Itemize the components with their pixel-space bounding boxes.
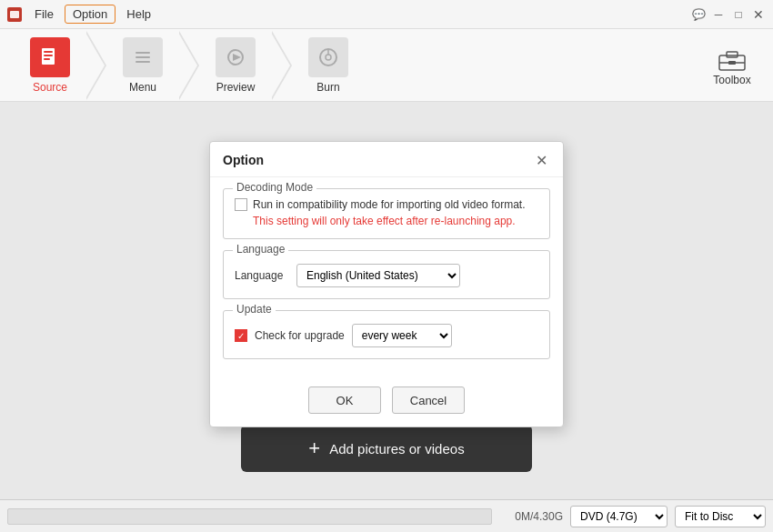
toolbar-burn[interactable]: Burn: [287, 31, 369, 99]
update-checkbox[interactable]: [235, 329, 247, 342]
progress-bar: [7, 508, 492, 525]
toolbar-source[interactable]: Source: [9, 31, 91, 99]
dialog-overlay: Option ✕ Decoding Mode Run in compatibil…: [0, 102, 773, 467]
cancel-button[interactable]: Cancel: [392, 386, 465, 414]
title-bar: File Option Help 💬 ─ □ ✕: [0, 0, 773, 29]
svg-point-11: [326, 55, 331, 60]
svg-rect-14: [727, 52, 738, 57]
language-legend: Language: [233, 243, 288, 256]
arrow-2: [179, 31, 199, 100]
app-icon: [7, 7, 22, 22]
maximize-button[interactable]: □: [731, 7, 746, 22]
language-label: Language: [235, 269, 289, 282]
disc-type-select[interactable]: DVD (4.7G) DVD (8.5G) Blu-ray (25G): [570, 506, 668, 527]
menu-icon-bg: [123, 37, 163, 77]
language-row: Language English (United States) French …: [235, 264, 538, 287]
main-content: + Add pictures or videos Option ✕ Decodi…: [0, 102, 773, 499]
update-checkbox-label: Check for upgrade: [255, 329, 345, 342]
language-select[interactable]: English (United States) French German Sp…: [296, 264, 460, 287]
option-dialog: Option ✕ Decoding Mode Run in compatibil…: [209, 141, 564, 427]
menu-bar: File Option Help: [27, 5, 158, 24]
toolbar: Source Menu Preview: [0, 29, 773, 102]
window-controls: 💬 ─ □ ✕: [691, 7, 766, 22]
svg-rect-7: [136, 61, 150, 63]
update-row: Check for upgrade every week every day e…: [235, 324, 538, 347]
decoding-checkbox-row: Run in compatibility mode for importing …: [235, 198, 538, 211]
minimize-button[interactable]: ─: [711, 7, 726, 22]
preview-label: Preview: [216, 81, 256, 94]
decoding-warning: This setting will only take effect after…: [253, 215, 538, 227]
dialog-close-button[interactable]: ✕: [532, 151, 550, 169]
svg-rect-6: [136, 56, 150, 58]
svg-rect-4: [44, 58, 50, 60]
toolbox-label: Toolbox: [713, 74, 750, 86]
status-bar: 0M/4.30G DVD (4.7G) DVD (8.5G) Blu-ray (…: [0, 499, 773, 532]
toolbar-toolbox[interactable]: Toolbox: [700, 31, 764, 99]
menu-help[interactable]: Help: [119, 5, 158, 23]
decoding-checkbox-label: Run in compatibility mode for importing …: [253, 198, 525, 211]
svg-rect-16: [728, 61, 736, 65]
arrow-1: [86, 31, 106, 100]
decoding-legend: Decoding Mode: [233, 181, 316, 194]
menu-option[interactable]: Option: [65, 5, 115, 24]
svg-rect-2: [44, 51, 53, 53]
ok-button[interactable]: OK: [308, 386, 381, 414]
update-section: Update Check for upgrade every week ever…: [223, 310, 550, 359]
svg-rect-5: [136, 52, 150, 54]
preview-icon-bg: [216, 37, 256, 77]
language-section: Language Language English (United States…: [223, 250, 550, 299]
menu-file[interactable]: File: [27, 5, 61, 23]
size-display: 0M/4.30G: [499, 510, 563, 523]
burn-label: Burn: [316, 81, 339, 94]
dialog-header: Option ✕: [210, 142, 563, 177]
update-frequency-select[interactable]: every week every day every month never: [352, 324, 452, 347]
fit-to-select[interactable]: Fit to Disc No Fit: [675, 506, 766, 527]
dialog-title: Option: [223, 153, 264, 167]
update-legend: Update: [233, 303, 276, 316]
svg-rect-3: [44, 55, 53, 56]
decoding-mode-section: Decoding Mode Run in compatibility mode …: [223, 188, 550, 239]
svg-rect-0: [10, 11, 19, 18]
svg-marker-9: [233, 54, 241, 61]
burn-icon-bg: [308, 37, 348, 77]
decoding-checkbox[interactable]: [235, 198, 247, 211]
dialog-buttons: OK Cancel: [210, 381, 563, 427]
source-label: Source: [33, 81, 67, 94]
toolbar-menu[interactable]: Menu: [102, 31, 184, 99]
arrow-3: [272, 31, 292, 100]
menu-label: Menu: [129, 81, 156, 94]
source-icon-bg: [30, 37, 70, 77]
dialog-body: Decoding Mode Run in compatibility mode …: [210, 177, 563, 381]
toolbar-preview[interactable]: Preview: [195, 31, 276, 99]
close-button[interactable]: ✕: [751, 7, 766, 22]
chat-button[interactable]: 💬: [691, 7, 706, 22]
